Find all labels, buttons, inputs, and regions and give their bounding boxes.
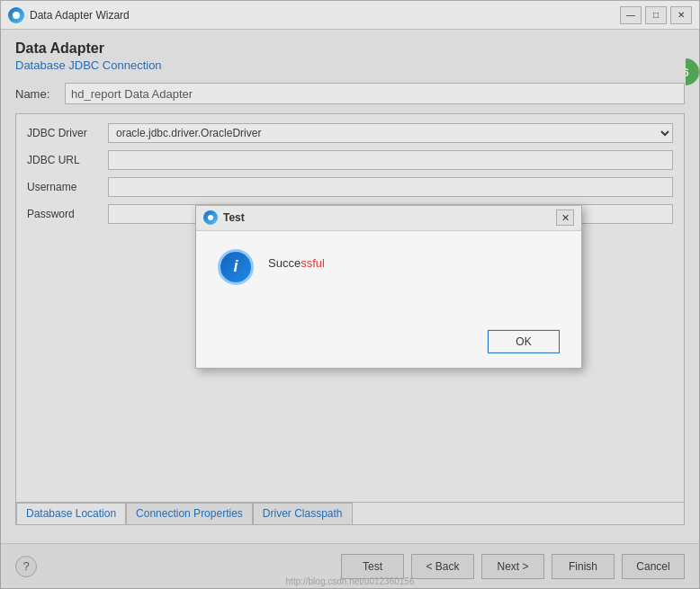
dialog-title: Test [223, 211, 556, 224]
message-highlight: ssful [301, 255, 325, 269]
close-button[interactable]: ✕ [670, 6, 692, 24]
minimize-button[interactable]: — [620, 6, 642, 24]
dialog-message: Successful [268, 248, 325, 269]
dialog-titlebar: Test ✕ [196, 205, 581, 230]
app-icon [8, 7, 24, 23]
window-controls: — □ ✕ [620, 6, 692, 24]
test-dialog: Test ✕ Successful OK [195, 204, 582, 368]
ok-button[interactable]: OK [488, 329, 560, 353]
dialog-body: Successful [196, 230, 581, 320]
dialog-icon [203, 210, 218, 225]
window-title: Data Adapter Wizard [30, 9, 620, 22]
dialog-close-button[interactable]: ✕ [556, 210, 574, 226]
maximize-button[interactable]: □ [645, 6, 667, 24]
info-icon [218, 248, 254, 284]
title-bar: Data Adapter Wizard — □ ✕ [1, 1, 699, 30]
dialog-footer: OK [196, 320, 581, 367]
